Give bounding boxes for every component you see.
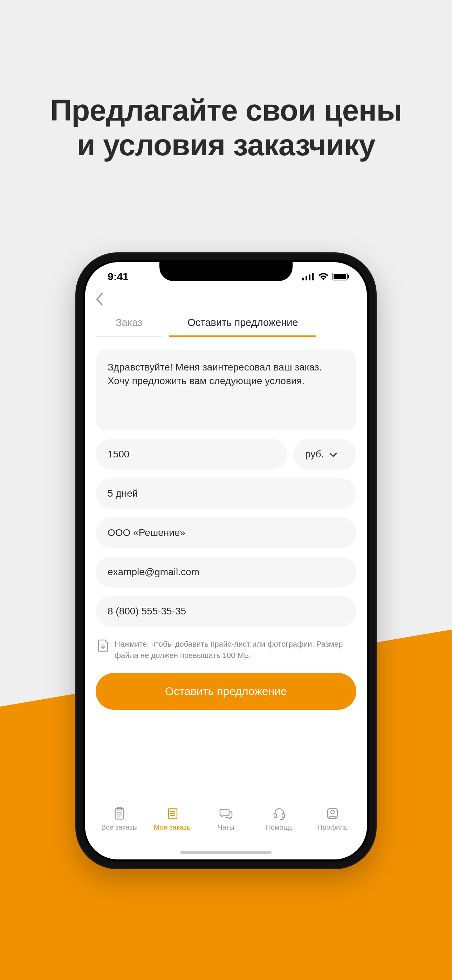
phone-mockup: 9:41 Заказ [75,252,377,869]
submit-label: Оставить предложение [165,685,287,697]
currency-value: руб. [305,449,324,460]
svg-rect-6 [348,275,349,278]
message-input[interactable]: Здравствуйте! Меня заинтересовал ваш зак… [95,350,357,430]
tab-order-label: Заказ [116,317,142,328]
svg-rect-2 [309,274,310,280]
price-value: 1500 [108,449,129,460]
upload-attachment-button[interactable]: Нажмите, чтобы добавить прайс-лист или ф… [95,639,357,661]
tabbar-item-my-orders[interactable]: Мои заказы [148,807,197,831]
message-value: Здравствуйте! Меня заинтересовал ваш зак… [108,362,321,386]
headline-line-1: Предлагайте свои цены [50,93,402,127]
document-icon [166,807,180,821]
upload-hint-text: Нажмите, чтобы добавить прайс-лист или ф… [115,639,354,661]
currency-select[interactable]: руб. [293,439,357,470]
svg-rect-0 [302,278,304,280]
tab-offer[interactable]: Оставить предложение [169,312,317,337]
promo-headline: Предлагайте свои цены и условия заказчик… [0,93,452,162]
company-input[interactable]: ООО «Решение» [95,517,357,548]
tabbar-item-all-orders[interactable]: Все заказы [95,807,144,831]
phone-notch [159,262,293,281]
email-value: example@gmail.com [108,566,199,577]
chevron-down-icon [329,449,337,460]
phone-value: 8 (800) 555-35-35 [108,606,186,617]
signal-icon [302,273,314,280]
tabbar-help-label: Помощь [266,823,293,831]
tabbar-all-orders-label: Все заказы [101,823,138,831]
price-input[interactable]: 1500 [95,439,287,470]
tabbar-my-orders-label: Мои заказы [154,823,192,831]
status-time: 9:41 [108,270,129,283]
svg-point-19 [331,810,334,814]
clipboard-list-icon [113,807,126,821]
svg-rect-5 [334,274,346,279]
back-button[interactable] [85,291,367,305]
battery-icon [333,273,349,280]
app-screen: 9:41 Заказ [85,262,367,859]
tabbar-item-chats[interactable]: Чаты [202,807,250,831]
email-input[interactable]: example@gmail.com [95,557,357,587]
tabbar-item-profile[interactable]: Профиль [308,807,357,831]
chat-icon [219,807,233,821]
company-value: ООО «Решение» [108,527,185,538]
tab-order[interactable]: Заказ [95,312,162,337]
headline-line-2: и условия заказчику [77,128,375,162]
tab-offer-label: Оставить предложение [188,317,298,328]
page-tabs: Заказ Оставить предложение [95,312,357,337]
headset-icon [272,807,286,821]
wifi-icon [318,273,329,280]
duration-value: 5 дней [108,488,138,499]
tabbar-item-help[interactable]: Помощь [255,807,304,831]
file-download-icon [98,639,108,655]
tabbar-profile-label: Профиль [317,823,348,831]
svg-rect-1 [306,276,307,280]
tabbar-chats-label: Чаты [218,823,234,831]
profile-icon [326,807,339,821]
phone-input[interactable]: 8 (800) 555-35-35 [95,596,357,627]
home-indicator [180,851,272,854]
svg-rect-3 [312,273,314,280]
submit-offer-button[interactable]: Оставить предложение [95,673,357,710]
duration-input[interactable]: 5 дней [95,478,357,509]
